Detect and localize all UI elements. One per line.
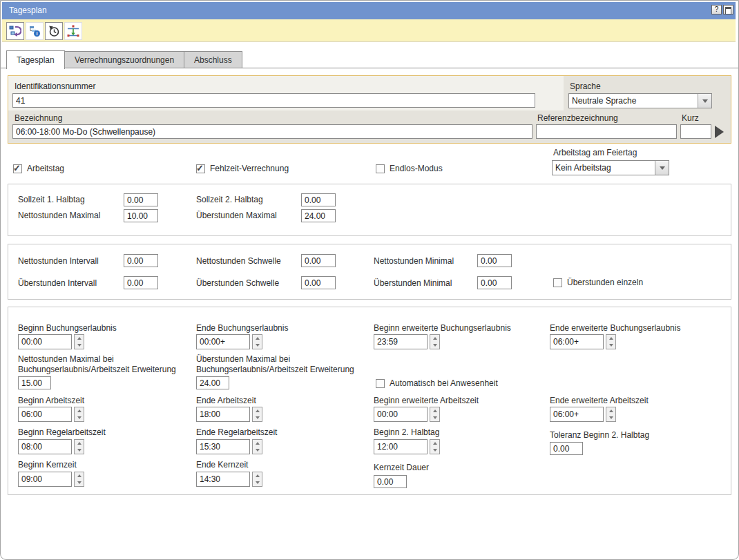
beginn-buchung-spinner[interactable]	[74, 334, 84, 349]
spinner-down-icon[interactable]	[430, 447, 439, 454]
netto-max-input[interactable]	[124, 209, 158, 222]
beginn-erw-buchung-input[interactable]	[374, 334, 428, 349]
language-select[interactable]: Neutrale Sprache	[568, 93, 712, 108]
beginn-halbtag2-label: Beginn 2. Halbtag	[374, 427, 439, 437]
beginn-erw-arbeitszeit-field	[374, 407, 440, 422]
spinner-up-icon[interactable]	[253, 472, 262, 479]
spinner-down-icon[interactable]	[253, 479, 262, 486]
plan-copy-button[interactable]	[6, 22, 24, 40]
ueber-intervall-input[interactable]	[124, 276, 158, 289]
tab-verrechnungszuordnungen[interactable]: Verrechnungszuordnungen	[64, 51, 184, 68]
spinner-up-icon[interactable]	[606, 407, 615, 414]
ueber-max-erw-input[interactable]	[196, 376, 229, 389]
ende-erw-buchung-spinner[interactable]	[606, 334, 616, 349]
ende-erw-arbeitszeit-spinner[interactable]	[606, 407, 616, 422]
endlos-checkbox[interactable]: Endlos-Modus	[376, 164, 443, 173]
beginn-regelarbeitszeit-input[interactable]	[18, 439, 72, 454]
beginn-regelarbeitszeit-label: Beginn Regelarbeitszeit	[18, 427, 106, 437]
auto-anwesenheit-checkbox[interactable]: Automatisch bei Anwesenheit	[376, 378, 498, 388]
short-input[interactable]	[680, 124, 711, 139]
ende-buchung-spinner[interactable]	[252, 334, 262, 349]
ende-arbeitszeit-spinner[interactable]	[252, 407, 262, 422]
sollzeit2-input[interactable]	[301, 193, 336, 206]
netto-min-input[interactable]	[477, 254, 512, 267]
spinner-down-icon[interactable]	[253, 342, 262, 349]
beginn-erw-buchung-field	[374, 334, 440, 349]
spinner-up-icon[interactable]	[430, 335, 439, 342]
beginn-kernzeit-input[interactable]	[18, 472, 72, 487]
plan-info-button[interactable]: i	[26, 22, 44, 40]
ende-arbeitszeit-input[interactable]	[196, 407, 250, 422]
ende-kernzeit-input[interactable]	[196, 472, 250, 487]
reference-input[interactable]	[536, 124, 677, 139]
tab-tagesplan[interactable]: Tagesplan	[6, 50, 65, 69]
arbeitstag-checkbox[interactable]: Arbeitstag	[13, 164, 64, 173]
beginn-regelarbeitszeit-spinner[interactable]	[74, 439, 84, 454]
spinner-down-icon[interactable]	[430, 414, 439, 421]
ueber-min-input[interactable]	[477, 276, 512, 289]
spinner-up-icon[interactable]	[253, 407, 262, 414]
spinner-up-icon[interactable]	[253, 440, 262, 447]
sollzeit1-label: Sollzeit 1. Halbtag	[18, 195, 85, 204]
spinner-down-icon[interactable]	[606, 414, 615, 421]
ende-erw-arbeitszeit-input[interactable]	[550, 407, 604, 422]
netto-intervall-input[interactable]	[124, 254, 158, 267]
spinner-down-icon[interactable]	[75, 447, 84, 454]
ende-regelarbeitszeit-spinner[interactable]	[252, 439, 262, 454]
spinner-up-icon[interactable]	[75, 407, 84, 414]
beginn-erw-arbeitszeit-spinner[interactable]	[430, 407, 440, 422]
spinner-up-icon[interactable]	[75, 440, 84, 447]
beginn-erw-arbeitszeit-input[interactable]	[374, 407, 428, 422]
ende-kernzeit-spinner[interactable]	[252, 472, 262, 487]
beginn-kernzeit-spinner[interactable]	[74, 472, 84, 487]
expand-arrow-icon[interactable]	[715, 126, 724, 138]
ueber-schwelle-input[interactable]	[301, 276, 336, 289]
tab-abschluss[interactable]: Abschluss	[184, 51, 242, 68]
spinner-up-icon[interactable]	[253, 335, 262, 342]
language-dropdown-button[interactable]	[698, 94, 711, 108]
window-restore-button[interactable]	[723, 5, 733, 15]
help-button[interactable]: ?	[711, 5, 722, 15]
beginn-halbtag2-input[interactable]	[374, 439, 428, 454]
spinner-down-icon[interactable]	[606, 342, 615, 349]
holiday-dropdown-button[interactable]	[655, 161, 669, 175]
spinner-up-icon[interactable]	[606, 335, 615, 342]
ueber-max-input[interactable]	[301, 209, 336, 222]
interval-icon	[67, 25, 79, 37]
spinner-down-icon[interactable]	[75, 342, 84, 349]
beginn-buchung-input[interactable]	[18, 334, 72, 349]
kernzeit-dauer-input[interactable]	[374, 475, 407, 488]
checkbox-box	[553, 278, 562, 287]
sollzeit1-input[interactable]	[124, 193, 158, 206]
spinner-up-icon[interactable]	[430, 407, 439, 414]
beginn-arbeitszeit-input[interactable]	[18, 407, 72, 422]
ende-erw-buchung-field	[550, 334, 616, 349]
plan-info-icon: i	[28, 25, 41, 37]
titlebar: Tagesplan	[2, 2, 736, 19]
toleranz-halbtag2-input[interactable]	[550, 442, 583, 455]
spinner-up-icon[interactable]	[75, 335, 84, 342]
id-input[interactable]	[12, 93, 535, 108]
ueber-einzeln-checkbox[interactable]: Überstunden einzeln	[553, 278, 643, 287]
interval-button[interactable]	[64, 22, 82, 40]
holiday-select[interactable]: Kein Arbeitstag	[552, 160, 669, 175]
fehlzeit-checkbox[interactable]: Fehlzeit-Verrechnung	[196, 164, 289, 173]
spinner-down-icon[interactable]	[430, 342, 439, 349]
spinner-down-icon[interactable]	[75, 414, 84, 421]
spinner-down-icon[interactable]	[75, 479, 84, 486]
beginn-arbeitszeit-spinner[interactable]	[74, 407, 84, 422]
beginn-erw-buchung-spinner[interactable]	[430, 334, 440, 349]
spinner-down-icon[interactable]	[253, 447, 262, 454]
ende-regelarbeitszeit-input[interactable]	[196, 439, 250, 454]
ende-erw-buchung-input[interactable]	[550, 334, 604, 349]
spinner-up-icon[interactable]	[75, 472, 84, 479]
spinner-down-icon[interactable]	[253, 414, 262, 421]
name-input[interactable]	[12, 124, 532, 139]
netto-schwelle-input[interactable]	[301, 254, 336, 267]
tagesplan-window: Tagesplan ? i	[0, 0, 739, 560]
netto-max-erw-input[interactable]	[18, 376, 51, 389]
ende-buchung-input[interactable]	[196, 334, 250, 349]
spinner-up-icon[interactable]	[430, 440, 439, 447]
history-button[interactable]	[45, 22, 63, 40]
beginn-halbtag2-spinner[interactable]	[430, 439, 440, 454]
